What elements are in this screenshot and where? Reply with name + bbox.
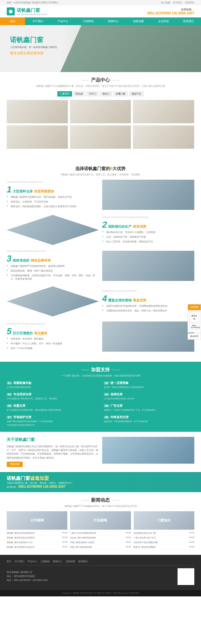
link-home[interactable]: 设为首页 (173, 1, 182, 4)
footer-company: 贵州诺帆鑫门窗有限公司 (7, 571, 48, 574)
news-item[interactable]: 如何选购优质铝合金门窗03-05 (134, 531, 194, 536)
tab-3[interactable]: 推拉门 (100, 91, 112, 97)
join-item-desc: 公司提供活动策划方案及人员支持 (104, 397, 194, 400)
adv-sub: 诺帆鑫门窗致力提供高品质产品、精湛工艺、贴心服务、合理价格、专业团队 (7, 173, 194, 176)
header: ⬢ 诺帆鑫门窗 NUO FAN XIN WINDOWS AND DOORS 全国… (0, 5, 201, 17)
logo-text: 诺帆鑫门窗 (17, 7, 47, 13)
join-item-title: 04促销支持 (104, 392, 194, 397)
product-item[interactable] (133, 100, 194, 123)
join-item-title: 08年终返利支持 (104, 415, 194, 419)
product-item[interactable] (7, 100, 68, 123)
news-item[interactable]: 断桥铝门窗优势全面解析03-05 (134, 545, 194, 550)
adv-image (7, 286, 99, 316)
logo[interactable]: ⬢ 诺帆鑫门窗 NUO FAN XIN WINDOWS AND DOORS (7, 7, 47, 15)
adv-row-4: MARKETING CHANNEL ADVANTAGE 4覆盖全球的营销渠道优势… (7, 286, 194, 316)
join-item-title: 06广告支持 (104, 404, 194, 408)
tab-5[interactable]: 更多产品 (129, 91, 144, 97)
products-title: 产品中心 (91, 77, 110, 83)
join-item-title: 01高额装修补贴 (7, 381, 97, 385)
float-wx[interactable]: 微信扫码 (188, 333, 201, 340)
products-section: 产品中心 诺帆鑫门窗旗下产品涵盖断桥铝门窗、阳光房、封阳台等系列，致力于为客户打… (0, 72, 201, 154)
news-item[interactable]: 诺帆鑫门窗参加建博会引关注03-05 (7, 540, 67, 545)
fnav-1[interactable]: 关于我们 (15, 560, 24, 563)
news-column: 行业新闻门窗行业未来发展新趋势分析03-05铝合金门窗市场需求持续增长03-05… (70, 511, 131, 550)
tab-1[interactable]: 阳光房 (73, 91, 85, 97)
adv-image (102, 251, 194, 281)
nav-about[interactable]: 关于我们 (25, 17, 50, 25)
join-item: 05加盟支持给予加盟商开业支持策划方案，协助加盟商建立销售管理制度 (7, 404, 97, 412)
news-item[interactable]: 诺帆鑫门窗获评优质供应商荣誉03-05 (7, 536, 67, 540)
welcome-text: 您好！欢迎访问诺帆鑫门窗(贵州)有限公司官网站！ (7, 1, 60, 4)
news-cat-image: 门窗知识 (134, 511, 194, 530)
news-desc: 诺帆鑫门窗旗下产品涵盖多种系列，致力为客户打造舒适家居生活空间 (7, 505, 194, 508)
news-item[interactable]: 节能门窗成为建筑行业新宠03-05 (70, 540, 131, 545)
product-item[interactable] (70, 125, 131, 149)
nav-home[interactable]: 首页 (0, 17, 25, 25)
advantage-section: 选择诺帆鑫门窗的6大优势 诺帆鑫门窗致力提供高品质产品、精湛工艺、贴心服务、合理… (0, 154, 201, 362)
logo-icon: ⬢ (7, 7, 15, 15)
nav-news[interactable]: 新闻中心 (100, 17, 126, 25)
tab-4[interactable]: 折叠门窗 (113, 91, 128, 97)
nav-contact[interactable]: 联系我们 (176, 17, 201, 25)
nav-products[interactable]: 产品中心 (50, 17, 75, 25)
adv-heading: 4覆盖全球的营销渠道优势 (102, 293, 194, 304)
news-item[interactable]: 门窗日常保养小技巧分享03-05 (134, 536, 194, 540)
join-item: 02统一店面形象提供统一标准化店面形象设计方案及装修指导 (104, 381, 194, 389)
fnav-3[interactable]: 工程案例 (40, 560, 50, 563)
footer-tel: 电话：0851-83785999 / 136-5850-3207 (7, 579, 48, 582)
join-item: 07市场保护支持实施严格区域独家销售保护政策每一个区域内的利益严格控制跨区域的串… (7, 415, 97, 427)
about-more-button[interactable]: 查看详情 (7, 462, 23, 467)
join-section: 加盟支持 一个优秀门窗品牌，让您全程无忧加盟创业做老板！更多装修资讯请关注官网 … (0, 362, 201, 432)
product-tabs: 门窗系列 阳光房 平开门 推拉门 折叠门窗 更多产品 (7, 91, 194, 97)
adv-heading: 3高标准选材铸造品牌传奇 (7, 253, 99, 264)
news-item[interactable]: 阳光房设计需注意哪些问题03-05 (134, 540, 194, 545)
join-item: 04促销支持公司提供活动策划方案及人员支持 (104, 392, 194, 400)
link-fav[interactable]: 加入收藏 (161, 1, 170, 4)
product-item[interactable] (133, 125, 194, 149)
footer-addr: 地址：贵州省贵阳市花溪区 (7, 575, 48, 578)
join-item-desc2: 严格控制跨区域的串货销售行为 (7, 424, 97, 427)
cta-title: 诺帆鑫门窗诚邀加盟 (7, 475, 72, 481)
join-item-title: 07市场保护支持 (7, 415, 97, 419)
join-title: 加盟支持 (91, 367, 110, 373)
topbar-links: 加入收藏 设为首页 在线留言 (159, 1, 194, 4)
news-item[interactable]: 智能门窗引领家居新潮流03-05 (70, 545, 131, 550)
tab-0[interactable]: 门窗系列 (57, 91, 72, 97)
fnav-5[interactable]: 招商加盟 (66, 560, 75, 563)
nav-join[interactable]: 招商加盟 (126, 17, 151, 25)
product-item[interactable] (7, 125, 68, 149)
join-item-title: 02统一店面形象 (104, 381, 194, 385)
product-grid (7, 100, 194, 149)
products-desc: 诺帆鑫门窗旗下产品涵盖断桥铝门窗、阳光房、封阳台等系列，致力于为客户打造舒适家居… (7, 84, 194, 88)
cta-tel: 咨询热线：0851-83785999 136-5850-3207 (7, 485, 72, 489)
footer: 首页 关于我们 产品中心 工程案例 新闻中心 招商加盟 联系我们 贵州诺帆鑫门窗… (0, 555, 201, 590)
fnav-0[interactable]: 首页 (7, 560, 11, 563)
float-qq[interactable]: 在线客服 (188, 304, 201, 310)
banner-sub: 工匠情怀般执着，每一款都是诺帆鑫门窗典范 (10, 46, 57, 49)
join-item: 06广告支持相继投入广告宣传于各类媒体等推广平台，扩大品牌影响力 (104, 404, 194, 412)
fnav-6[interactable]: 联系我们 (78, 560, 88, 563)
join-item-title: 03专业培训支持 (7, 392, 97, 397)
fnav-4[interactable]: 新闻中心 (53, 560, 62, 563)
product-item[interactable] (70, 100, 131, 123)
join-item: 08年终返利支持激励机制、年终根据销售额返利，并予以奖励支持 (104, 415, 194, 427)
nav-honor[interactable]: 企业资质 (151, 17, 176, 25)
link-msg[interactable]: 在线留言 (185, 1, 194, 4)
news-item[interactable]: 诺帆鑫门窗新品发布会圆满召开03-05 (7, 531, 67, 536)
news-item[interactable]: 门窗行业未来发展新趋势分析03-05 (70, 531, 131, 536)
news-item[interactable]: 诺帆鑫门窗全国招商火热进行中03-05 (7, 545, 67, 550)
join-item-desc: 实施严格区域独家销售保护政策每一个区域内的利益 (7, 420, 97, 423)
join-item-desc: 针对加盟商实行系统培训方式，定期提供产品、营销培训 (7, 397, 97, 400)
about-image (102, 437, 194, 464)
adv-image (7, 215, 99, 245)
topbar: 您好！欢迎访问诺帆鑫门窗(贵州)有限公司官网站！ 加入收藏 设为首页 在线留言 (0, 0, 201, 5)
fnav-2[interactable]: 产品中心 (27, 560, 37, 563)
news-item[interactable]: 铝合金门窗市场需求持续增长03-05 (70, 536, 131, 540)
cta-sub: 节能环保断桥铝门窗、阳光房、淋浴房、封阳台、智能铝艺大门 (7, 481, 72, 485)
adv-heading: 1大型原料仓库供货周期更快 (7, 184, 99, 195)
nav-cases[interactable]: 工程案例 (75, 17, 100, 25)
float-tel[interactable]: 服务热线0851-83785999 (188, 311, 201, 333)
banner-tag: 最专业阳光房定制专家 (10, 51, 57, 56)
news-column: 门窗知识如何选购优质铝合金门窗03-05门窗日常保养小技巧分享03-05阳光房设… (134, 511, 194, 550)
tab-2[interactable]: 平开门 (86, 91, 99, 97)
